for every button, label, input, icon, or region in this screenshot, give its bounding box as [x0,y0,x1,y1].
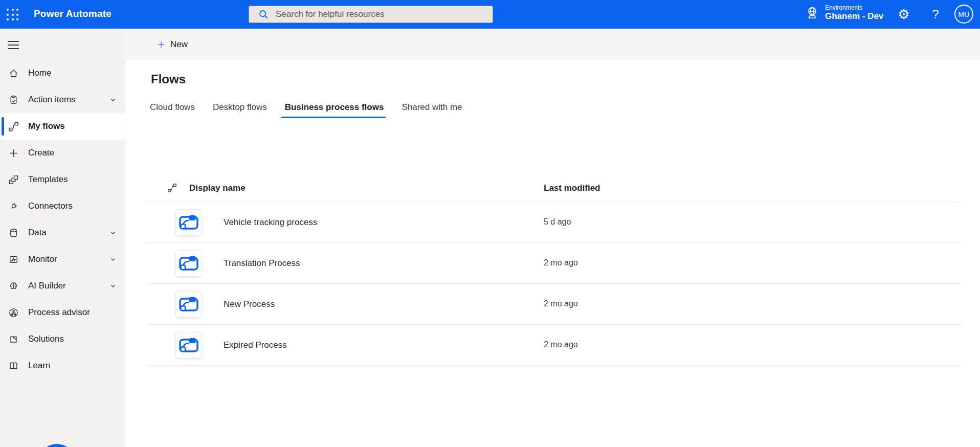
column-header-display-name[interactable]: Display name [189,183,246,193]
sidebar-item-my-flows[interactable]: My flows [0,113,125,140]
sidebar-item-monitor[interactable]: Monitor [0,246,125,273]
tab-business-process-flows[interactable]: Business process flows [284,102,385,118]
page-title: Flows [151,72,980,86]
new-button[interactable]: + New [153,34,192,55]
action-items-icon [8,94,19,105]
chevron-down-icon [108,281,118,291]
sidebar-item-solutions[interactable]: Solutions [0,326,125,352]
templates-icon [8,174,19,185]
sidebar-item-create[interactable]: Create [0,140,125,166]
connectors-icon [8,200,19,212]
table-header-row: Display name Last modified [146,175,960,202]
home-icon [8,68,19,79]
environment-globe-icon [805,5,820,20]
flow-type-column-icon [167,183,177,195]
help-icon[interactable]: ? [924,0,947,29]
create-plus-icon [8,147,19,159]
table-row[interactable]: New Process 2 mo ago [146,284,960,325]
app-title: Power Automate [34,8,112,19]
sidebar-item-action-items[interactable]: Action items [0,86,125,113]
solutions-icon [8,333,19,345]
tab-cloud-flows[interactable]: Cloud flows [149,102,195,118]
environments-label: Environments [825,4,883,11]
left-nav: Home Action items My flows Create [0,29,125,447]
monitor-icon [8,254,19,265]
column-header-last-modified[interactable]: Last modified [544,183,600,193]
flow-icon [175,209,202,236]
app-launcher-icon[interactable] [7,9,19,21]
table-row[interactable]: Vehicle tracking process 5 d ago [146,202,960,243]
search-input[interactable] [276,9,480,19]
my-flows-icon [8,121,19,132]
table-row[interactable]: Translation Process 2 mo ago [146,243,960,284]
chevron-down-icon [108,254,118,264]
sidebar-item-process-advisor[interactable]: Process advisor [0,299,125,326]
sidebar-item-ai-builder[interactable]: AI Builder [0,273,125,299]
main-area: + New Flows Cloud flows Desktop flows Bu… [126,29,980,447]
sidebar-item-templates[interactable]: Templates [0,166,125,193]
flows-tab-list: Cloud flows Desktop flows Business proce… [149,102,980,118]
environment-picker[interactable]: Environments Ghanem - Dev [805,4,883,21]
chevron-down-icon [108,95,118,105]
sidebar-item-learn[interactable]: Learn [0,352,125,379]
environment-name: Ghanem - Dev [825,11,883,21]
flow-icon [175,291,202,318]
sidebar-item-connectors[interactable]: Connectors [0,193,125,219]
collapse-nav-icon[interactable] [8,41,19,49]
search-box[interactable] [249,6,493,23]
flow-icon [175,250,202,277]
tab-shared-with-me[interactable]: Shared with me [401,102,462,118]
command-bar: + New [126,29,980,60]
table-row[interactable]: Expired Process 2 mo ago [146,325,960,366]
flows-table: Display name Last modified Vehicle track… [146,175,960,366]
user-avatar[interactable]: MU [954,5,973,24]
learn-icon [8,360,19,371]
tab-desktop-flows[interactable]: Desktop flows [212,102,268,118]
settings-gear-icon[interactable]: ⚙ [892,0,916,29]
ai-builder-icon [8,280,19,292]
search-icon [258,9,269,19]
sidebar-item-data[interactable]: Data [0,219,125,246]
process-advisor-icon [8,307,19,318]
flows-page: Flows Cloud flows Desktop flows Business… [126,60,980,118]
chevron-down-icon [108,228,118,238]
data-icon [8,227,19,238]
sidebar-item-home[interactable]: Home [0,60,125,86]
flow-icon [175,332,202,359]
plus-icon: + [158,39,165,50]
top-header: Power Automate Environments Ghanem - Dev… [0,0,980,29]
